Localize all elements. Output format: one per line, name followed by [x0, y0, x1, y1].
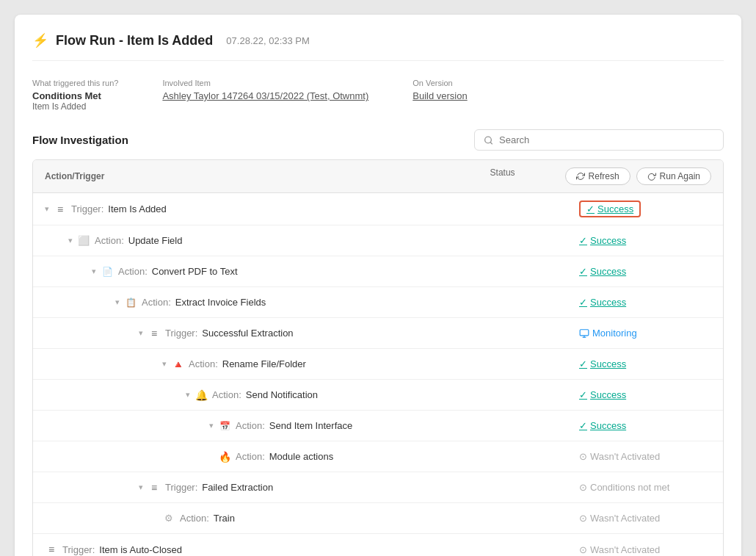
table-row: 🔥 Action: Module actions ⊙ Wasn't Activa…: [33, 441, 723, 472]
trigger-label: What triggered this run?: [32, 79, 118, 87]
status-text: Wasn't Activated: [590, 544, 660, 555]
table-row: ▾ ≡ Trigger: Failed Extraction ⊙ Conditi…: [33, 472, 723, 503]
status-success[interactable]: ✓ Success: [579, 420, 626, 431]
status-text: Monitoring: [592, 328, 637, 339]
status-inactive: ⊙ Wasn't Activated: [579, 451, 660, 462]
check-icon: ✓: [579, 297, 587, 308]
row-label: Trigger:: [62, 544, 95, 555]
row-status-11: ⊙ Wasn't Activated: [579, 544, 711, 555]
version-value: Build version: [412, 90, 467, 101]
status-text: Success: [590, 297, 626, 308]
circle-icon: ⊙: [579, 451, 587, 462]
row-left-9: ▾ ≡ Trigger: Failed Extraction: [45, 482, 273, 494]
involved-label: Involved Item: [162, 79, 368, 87]
investigation-title: Flow Investigation: [32, 134, 128, 146]
status-success[interactable]: ✓ Success: [579, 266, 626, 277]
refresh-label: Refresh: [589, 171, 619, 181]
status-text: Success: [590, 266, 626, 277]
trigger-icon: ≡: [45, 544, 58, 555]
refresh-button[interactable]: Refresh: [565, 167, 630, 185]
search-icon: [484, 135, 493, 145]
row-left-5: ▾ 🔺 Action: Rename File/Folder: [45, 358, 306, 370]
row-label: Action:: [118, 266, 148, 277]
search-box[interactable]: [474, 129, 724, 151]
status-text: Success: [590, 358, 626, 369]
module-icon: 🔥: [218, 451, 231, 463]
status-success[interactable]: ✓ Success: [579, 235, 626, 246]
status-monitoring: Monitoring: [579, 328, 637, 339]
check-icon: ✓: [586, 203, 595, 214]
row-name: Train: [214, 513, 235, 524]
chevron-icon[interactable]: ▾: [115, 297, 120, 307]
chevron-icon[interactable]: ▾: [186, 390, 190, 400]
status-conditions: ⊙ Conditions not met: [579, 482, 669, 493]
table-row: ▾ ≡ Trigger: Item Is Added ✓ Success: [33, 193, 723, 225]
refresh-icon: [576, 172, 585, 181]
row-label: Trigger:: [71, 203, 103, 214]
version-meta: On Version Build version: [412, 79, 467, 112]
table-row: ≡ Trigger: Item is Auto-Closed ⊙ Wasn't …: [33, 534, 723, 556]
status-success[interactable]: ✓ Success: [579, 297, 626, 308]
flow-table: Action/Trigger Status Refresh Run Again: [32, 159, 724, 556]
version-link[interactable]: Build version: [412, 90, 467, 101]
train-icon: ⚙: [162, 513, 175, 524]
check-icon: ✓: [579, 420, 587, 431]
row-left-6: ▾ 🔔 Action: Send Notification: [45, 389, 318, 401]
status-text: Success: [590, 389, 626, 400]
row-name: Item is Auto-Closed: [99, 544, 182, 555]
extract-icon: 📋: [124, 297, 137, 308]
chevron-icon[interactable]: ▾: [139, 483, 143, 492]
row-label: Action:: [236, 451, 265, 462]
status-inactive: ⊙ Wasn't Activated: [579, 544, 660, 555]
table-row: ▾ 🔺 Action: Rename File/Folder ✓ Success: [33, 349, 723, 380]
table-row: ▾ 🔔 Action: Send Notification ✓ Success: [33, 380, 723, 411]
version-label: On Version: [412, 79, 467, 87]
status-success[interactable]: ✓ Success: [579, 358, 626, 369]
involved-link[interactable]: Ashley Taylor 147264 03/15/2022 (Test, O…: [162, 90, 368, 101]
chevron-icon[interactable]: ▾: [139, 328, 143, 338]
row-left-11: ≡ Trigger: Item is Auto-Closed: [45, 544, 182, 555]
table-row: ▾ ≡ Trigger: Successful Extraction Monit…: [33, 318, 723, 349]
chevron-icon[interactable]: ▾: [209, 421, 214, 430]
chevron-icon[interactable]: ▾: [92, 267, 96, 276]
chevron-icon[interactable]: ▾: [68, 236, 73, 245]
monitor-icon: [579, 328, 589, 339]
row-name: Convert PDF to Text: [152, 266, 238, 277]
row-label: Trigger:: [165, 328, 197, 339]
table-row: ▾ 📅 Action: Send Item Interface ✓ Succes…: [33, 411, 723, 441]
status-success-bordered[interactable]: ✓ Success: [579, 201, 641, 217]
row-status-7: ✓ Success: [579, 420, 711, 431]
involved-meta: Involved Item Ashley Taylor 147264 03/15…: [162, 79, 368, 112]
trigger-sub: Item Is Added: [32, 101, 118, 112]
page-date: 07.28.22, 02:33 PM: [226, 35, 309, 46]
trigger-icon: ≡: [148, 482, 161, 494]
row-name: Item Is Added: [108, 203, 167, 214]
row-status-8: ⊙ Wasn't Activated: [579, 451, 711, 462]
run-again-icon: [647, 172, 656, 181]
row-name: Extract Invoice Fields: [175, 297, 266, 308]
row-label: Trigger:: [165, 482, 197, 493]
check-icon: ✓: [579, 235, 587, 246]
trigger-value: Conditions Met: [32, 90, 118, 101]
run-again-button[interactable]: Run Again: [636, 167, 711, 185]
col-status-header: Status: [490, 167, 515, 185]
chevron-icon[interactable]: ▾: [45, 204, 49, 214]
row-left-7: ▾ 📅 Action: Send Item Interface: [45, 420, 352, 431]
row-status-2: ✓ Success: [579, 266, 711, 277]
circle-icon: ⊙: [579, 544, 587, 555]
row-name: Send Notification: [246, 389, 318, 400]
search-input[interactable]: [499, 134, 714, 145]
svg-rect-2: [580, 329, 589, 335]
row-left-10: ⚙ Action: Train: [45, 513, 235, 524]
lightning-icon: ⚡: [32, 32, 48, 48]
trigger-icon: ≡: [54, 203, 67, 215]
svg-line-1: [490, 142, 492, 143]
run-again-label: Run Again: [660, 171, 700, 181]
chevron-icon[interactable]: ▾: [162, 359, 167, 369]
check-icon: ✓: [579, 389, 587, 400]
table-row: ⚙ Action: Train ⊙ Wasn't Activated: [33, 503, 723, 534]
status-text: Wasn't Activated: [590, 451, 660, 462]
status-success[interactable]: ✓ Success: [579, 389, 626, 400]
status-inactive: ⊙ Wasn't Activated: [579, 513, 660, 524]
row-status-6: ✓ Success: [579, 389, 711, 400]
